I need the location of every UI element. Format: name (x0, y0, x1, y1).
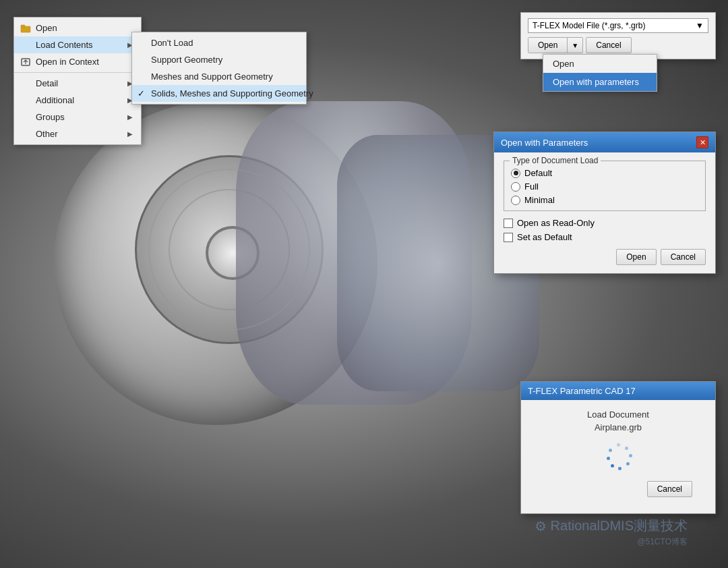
params-cancel-button[interactable]: Cancel (661, 249, 706, 265)
menu-open-context-label: Open in Context (36, 57, 99, 67)
spinner-dot-6 (611, 464, 614, 467)
context-menu-level2: Don't Load Support Geometry Meshes and S… (131, 32, 307, 105)
submenu-support-geometry[interactable]: Support Geometry (132, 51, 306, 68)
watermark-brand: ⚙ RationalDMIS测量技术 (535, 517, 688, 535)
params-dialog-title: Open with Parameters (501, 138, 588, 148)
loading-text: Load Document (535, 409, 702, 420)
document-load-group: Type of Document Load Default Full Minim… (504, 161, 706, 211)
context-menu-level1: Open Load Contents ▶ Open in Context Det… (13, 17, 142, 145)
set-default-label: Set as Default (517, 232, 572, 242)
spinner-dot-1 (617, 443, 620, 447)
params-open-button[interactable]: Open (616, 249, 656, 265)
set-default-box (504, 233, 513, 242)
radio-full[interactable]: Full (511, 181, 698, 192)
open-folder-icon (20, 22, 32, 34)
radio-full-circle (511, 182, 520, 192)
checkbox-read-only[interactable]: Open as Read-Only (504, 218, 706, 228)
spinner-dot-5 (618, 467, 621, 470)
menu-open-label: Open (36, 23, 57, 33)
submenu-solids-meshes[interactable]: ✓ Solids, Meshes and Supporting Geometry (132, 85, 306, 102)
open-dropdown-menu: Open Open with parameters (543, 54, 657, 92)
meshes-support-label: Meshes and Support Geometry (151, 72, 273, 82)
menu-item-other[interactable]: Other ▶ (14, 125, 141, 142)
spinner-dot-3 (629, 454, 632, 457)
params-dialog-body: Type of Document Load Default Full Minim… (494, 152, 715, 273)
loading-spinner (603, 442, 633, 472)
engine-bottom (67, 337, 202, 459)
menu-item-open[interactable]: Open (14, 20, 141, 36)
params-dialog: Open with Parameters ✕ Type of Document … (493, 132, 716, 274)
spinner-dot-4 (626, 462, 630, 465)
watermark-icon: ⚙ (535, 518, 547, 534)
menu-item-additional[interactable]: Additional ▶ (14, 92, 141, 109)
open-with-params-option[interactable]: Open with parameters (543, 73, 657, 91)
radio-default-circle (511, 169, 520, 178)
blade-ring-2 (169, 189, 290, 310)
spinner-dot-8 (609, 449, 612, 452)
open-normal-option[interactable]: Open (543, 55, 657, 73)
menu-additional-label: Additional (36, 95, 74, 105)
radio-minimal-circle (511, 196, 520, 205)
dropdown-arrow-icon: ▼ (696, 21, 704, 30)
radio-minimal-label: Minimal (524, 195, 555, 205)
params-dialog-titlebar: Open with Parameters ✕ (494, 132, 715, 152)
menu-groups-label: Groups (36, 112, 65, 122)
loading-dialog: T-FLEX Parametric CAD 17 Load Document A… (520, 381, 716, 514)
open-dropdown-arrow[interactable]: ▼ (568, 38, 582, 53)
menu-detail-label: Detail (36, 78, 58, 88)
menu-other-label: Other (36, 129, 58, 139)
menu-item-load-contents[interactable]: Load Contents ▶ (14, 36, 141, 53)
menu-load-contents-label: Load Contents (36, 40, 93, 50)
svg-rect-0 (21, 26, 30, 32)
groups-arrow: ▶ (127, 113, 133, 121)
support-geometry-label: Support Geometry (151, 55, 222, 65)
loading-cancel-button[interactable]: Cancel (647, 481, 692, 497)
spinner-dot-2 (625, 447, 628, 450)
submenu-dont-load[interactable]: Don't Load (132, 34, 306, 51)
radio-full-label: Full (524, 181, 539, 192)
check-icon: ✓ (138, 88, 145, 98)
loading-dialog-body: Load Document Airplane.grb Cancel (521, 400, 715, 507)
menu-item-detail[interactable]: Detail ▶ (14, 75, 141, 92)
menu-item-groups[interactable]: Groups ▶ (14, 109, 141, 125)
solids-meshes-label: Solids, Meshes and Supporting Geometry (151, 88, 313, 98)
open-context-icon (20, 56, 32, 68)
watermark-brand-text: RationalDMIS测量技术 (551, 517, 688, 535)
loading-dialog-title: T-FLEX Parametric CAD 17 (521, 382, 715, 400)
open-split-button[interactable]: Open ▼ (528, 37, 583, 53)
group-box-title: Type of Document Load (510, 156, 601, 165)
params-dialog-actions: Open Cancel (504, 249, 706, 265)
loading-cancel-area: Cancel (535, 481, 702, 497)
other-arrow: ▶ (127, 130, 133, 138)
separator-1 (14, 72, 141, 73)
dont-load-label: Don't Load (151, 38, 193, 48)
spinner-dot-7 (607, 457, 610, 460)
read-only-label: Open as Read-Only (517, 218, 595, 228)
close-x-icon: ✕ (700, 138, 706, 147)
radio-minimal[interactable]: Minimal (511, 195, 698, 205)
loading-filename: Airplane.grb (535, 422, 702, 432)
open-main-button[interactable]: Open (528, 38, 568, 53)
file-type-label: T-FLEX Model File (*.grs, *.grb) (533, 21, 645, 30)
read-only-box (504, 219, 513, 228)
cancel-button[interactable]: Cancel (586, 37, 631, 53)
watermark-sub: @51CTO博客 (637, 536, 688, 548)
menu-item-open-in-context[interactable]: Open in Context (14, 53, 141, 70)
svg-rect-1 (21, 25, 25, 27)
radio-group: Default Full Minimal (511, 168, 698, 205)
checkbox-set-default[interactable]: Set as Default (504, 232, 706, 242)
watermark: ⚙ RationalDMIS测量技术 @51CTO博客 (535, 517, 688, 548)
checkbox-group: Open as Read-Only Set as Default (504, 218, 706, 242)
submenu-meshes-support[interactable]: Meshes and Support Geometry (132, 68, 306, 85)
radio-default-label: Default (524, 168, 552, 178)
file-open-dialog: T-FLEX Model File (*.grs, *.grb) ▼ Open … (520, 12, 716, 59)
radio-default[interactable]: Default (511, 168, 698, 178)
params-dialog-close[interactable]: ✕ (696, 136, 708, 148)
file-type-dropdown[interactable]: T-FLEX Model File (*.grs, *.grb) ▼ (528, 18, 708, 33)
file-type-row: T-FLEX Model File (*.grs, *.grb) ▼ (521, 13, 715, 37)
